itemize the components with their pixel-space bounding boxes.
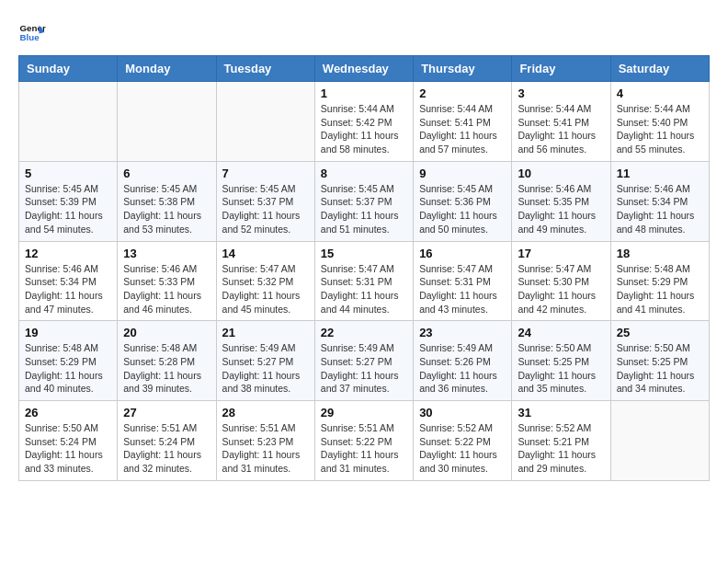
calendar-cell: 4Sunrise: 5:44 AM Sunset: 5:40 PM Daylig…: [610, 82, 709, 162]
day-number: 19: [25, 326, 111, 339]
day-info: Sunrise: 5:49 AM Sunset: 5:27 PM Dayligh…: [222, 341, 309, 396]
day-number: 3: [518, 86, 604, 100]
calendar-cell: 14Sunrise: 5:47 AM Sunset: 5:32 PM Dayli…: [216, 241, 314, 321]
day-info: Sunrise: 5:48 AM Sunset: 5:29 PM Dayligh…: [25, 341, 111, 396]
svg-text:Blue: Blue: [20, 32, 40, 42]
day-number: 30: [419, 406, 506, 419]
calendar-week-5: 26Sunrise: 5:50 AM Sunset: 5:24 PM Dayli…: [19, 401, 710, 481]
calendar-cell: [19, 82, 118, 162]
day-number: 8: [321, 167, 407, 180]
day-number: 11: [617, 167, 703, 180]
day-info: Sunrise: 5:49 AM Sunset: 5:27 PM Dayligh…: [321, 341, 407, 396]
day-info: Sunrise: 5:51 AM Sunset: 5:24 PM Dayligh…: [123, 421, 210, 476]
day-info: Sunrise: 5:50 AM Sunset: 5:25 PM Dayligh…: [518, 341, 604, 396]
calendar-cell: [118, 82, 216, 162]
calendar-cell: 16Sunrise: 5:47 AM Sunset: 5:31 PM Dayli…: [414, 241, 512, 321]
weekday-header-tuesday: Tuesday: [216, 56, 314, 82]
day-info: Sunrise: 5:44 AM Sunset: 5:41 PM Dayligh…: [419, 102, 506, 156]
calendar-cell: 7Sunrise: 5:45 AM Sunset: 5:37 PM Daylig…: [216, 161, 314, 241]
calendar-cell: 3Sunrise: 5:44 AM Sunset: 5:41 PM Daylig…: [512, 82, 610, 162]
day-info: Sunrise: 5:50 AM Sunset: 5:24 PM Dayligh…: [25, 421, 111, 476]
day-number: 7: [222, 167, 309, 180]
day-number: 15: [321, 247, 407, 260]
calendar-cell: 24Sunrise: 5:50 AM Sunset: 5:25 PM Dayli…: [512, 321, 610, 401]
day-info: Sunrise: 5:45 AM Sunset: 5:39 PM Dayligh…: [25, 182, 111, 236]
day-info: Sunrise: 5:51 AM Sunset: 5:23 PM Dayligh…: [222, 421, 309, 476]
weekday-header-thursday: Thursday: [414, 56, 512, 82]
day-info: Sunrise: 5:51 AM Sunset: 5:22 PM Dayligh…: [321, 421, 407, 476]
day-info: Sunrise: 5:46 AM Sunset: 5:34 PM Dayligh…: [25, 262, 111, 316]
day-number: 20: [123, 326, 210, 339]
day-info: Sunrise: 5:47 AM Sunset: 5:32 PM Dayligh…: [222, 262, 309, 316]
day-number: 26: [25, 406, 111, 419]
calendar-cell: 5Sunrise: 5:45 AM Sunset: 5:39 PM Daylig…: [19, 161, 118, 241]
weekday-header-saturday: Saturday: [610, 56, 709, 82]
calendar-week-2: 5Sunrise: 5:45 AM Sunset: 5:39 PM Daylig…: [19, 161, 710, 241]
day-number: 24: [518, 326, 604, 339]
calendar-cell: [610, 401, 709, 481]
day-info: Sunrise: 5:44 AM Sunset: 5:41 PM Dayligh…: [518, 102, 604, 156]
day-info: Sunrise: 5:47 AM Sunset: 5:30 PM Dayligh…: [518, 262, 604, 316]
logo-icon: General Blue: [18, 18, 46, 46]
day-number: 1: [321, 86, 407, 100]
calendar-cell: 6Sunrise: 5:45 AM Sunset: 5:38 PM Daylig…: [118, 161, 216, 241]
calendar-cell: 15Sunrise: 5:47 AM Sunset: 5:31 PM Dayli…: [314, 241, 413, 321]
calendar-cell: 18Sunrise: 5:48 AM Sunset: 5:29 PM Dayli…: [610, 241, 709, 321]
day-info: Sunrise: 5:50 AM Sunset: 5:25 PM Dayligh…: [617, 341, 703, 396]
day-info: Sunrise: 5:52 AM Sunset: 5:21 PM Dayligh…: [518, 421, 604, 476]
weekday-header-wednesday: Wednesday: [314, 56, 413, 82]
calendar-cell: 30Sunrise: 5:52 AM Sunset: 5:22 PM Dayli…: [414, 401, 512, 481]
calendar-cell: 13Sunrise: 5:46 AM Sunset: 5:33 PM Dayli…: [118, 241, 216, 321]
day-info: Sunrise: 5:45 AM Sunset: 5:38 PM Dayligh…: [123, 182, 210, 236]
day-number: 10: [518, 167, 604, 180]
calendar-week-1: 1Sunrise: 5:44 AM Sunset: 5:42 PM Daylig…: [19, 82, 710, 162]
calendar-cell: 31Sunrise: 5:52 AM Sunset: 5:21 PM Dayli…: [512, 401, 610, 481]
weekday-header-monday: Monday: [118, 56, 216, 82]
day-number: 21: [222, 326, 309, 339]
weekday-header-friday: Friday: [512, 56, 610, 82]
calendar-cell: 21Sunrise: 5:49 AM Sunset: 5:27 PM Dayli…: [216, 321, 314, 401]
day-info: Sunrise: 5:44 AM Sunset: 5:40 PM Dayligh…: [617, 102, 703, 156]
calendar-cell: 8Sunrise: 5:45 AM Sunset: 5:37 PM Daylig…: [314, 161, 413, 241]
calendar-cell: 22Sunrise: 5:49 AM Sunset: 5:27 PM Dayli…: [314, 321, 413, 401]
day-info: Sunrise: 5:48 AM Sunset: 5:28 PM Dayligh…: [123, 341, 210, 396]
calendar-cell: 17Sunrise: 5:47 AM Sunset: 5:30 PM Dayli…: [512, 241, 610, 321]
weekday-header-sunday: Sunday: [19, 56, 118, 82]
calendar-cell: 26Sunrise: 5:50 AM Sunset: 5:24 PM Dayli…: [19, 401, 118, 481]
calendar-cell: 2Sunrise: 5:44 AM Sunset: 5:41 PM Daylig…: [414, 82, 512, 162]
calendar-cell: 19Sunrise: 5:48 AM Sunset: 5:29 PM Dayli…: [19, 321, 118, 401]
day-info: Sunrise: 5:45 AM Sunset: 5:37 PM Dayligh…: [321, 182, 407, 236]
calendar-cell: 1Sunrise: 5:44 AM Sunset: 5:42 PM Daylig…: [314, 82, 413, 162]
day-number: 25: [617, 326, 703, 339]
calendar-cell: 28Sunrise: 5:51 AM Sunset: 5:23 PM Dayli…: [216, 401, 314, 481]
calendar-table: SundayMondayTuesdayWednesdayThursdayFrid…: [18, 55, 710, 481]
calendar-cell: 23Sunrise: 5:49 AM Sunset: 5:26 PM Dayli…: [414, 321, 512, 401]
day-number: 29: [321, 406, 407, 419]
calendar-header-row: SundayMondayTuesdayWednesdayThursdayFrid…: [19, 56, 710, 82]
day-info: Sunrise: 5:52 AM Sunset: 5:22 PM Dayligh…: [419, 421, 506, 476]
logo: General Blue: [18, 18, 46, 46]
day-number: 17: [518, 247, 604, 260]
day-info: Sunrise: 5:48 AM Sunset: 5:29 PM Dayligh…: [617, 262, 703, 316]
day-number: 6: [123, 167, 210, 180]
day-number: 28: [222, 406, 309, 419]
day-number: 31: [518, 406, 604, 419]
calendar-cell: 25Sunrise: 5:50 AM Sunset: 5:25 PM Dayli…: [610, 321, 709, 401]
calendar-week-3: 12Sunrise: 5:46 AM Sunset: 5:34 PM Dayli…: [19, 241, 710, 321]
day-number: 18: [617, 247, 703, 260]
day-number: 23: [419, 326, 506, 339]
day-number: 2: [419, 86, 506, 100]
calendar-cell: 29Sunrise: 5:51 AM Sunset: 5:22 PM Dayli…: [314, 401, 413, 481]
day-info: Sunrise: 5:47 AM Sunset: 5:31 PM Dayligh…: [419, 262, 506, 316]
day-info: Sunrise: 5:45 AM Sunset: 5:37 PM Dayligh…: [222, 182, 309, 236]
calendar-cell: 9Sunrise: 5:45 AM Sunset: 5:36 PM Daylig…: [414, 161, 512, 241]
calendar-cell: [216, 82, 314, 162]
day-number: 27: [123, 406, 210, 419]
day-number: 12: [25, 247, 111, 260]
calendar-week-4: 19Sunrise: 5:48 AM Sunset: 5:29 PM Dayli…: [19, 321, 710, 401]
day-info: Sunrise: 5:47 AM Sunset: 5:31 PM Dayligh…: [321, 262, 407, 316]
day-info: Sunrise: 5:46 AM Sunset: 5:35 PM Dayligh…: [518, 182, 604, 236]
calendar-cell: 10Sunrise: 5:46 AM Sunset: 5:35 PM Dayli…: [512, 161, 610, 241]
calendar-cell: 11Sunrise: 5:46 AM Sunset: 5:34 PM Dayli…: [610, 161, 709, 241]
day-info: Sunrise: 5:49 AM Sunset: 5:26 PM Dayligh…: [419, 341, 506, 396]
